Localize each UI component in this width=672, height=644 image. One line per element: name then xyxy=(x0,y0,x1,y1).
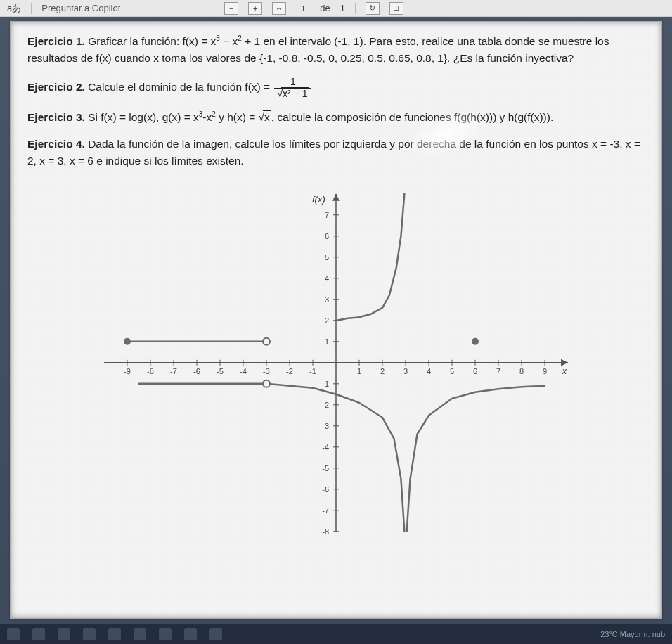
rotate-icon[interactable]: ↻ xyxy=(366,2,380,15)
svg-text:2: 2 xyxy=(325,316,329,325)
svg-text:6: 6 xyxy=(325,232,329,240)
divider xyxy=(355,3,356,14)
svg-text:-1: -1 xyxy=(309,367,316,375)
svg-point-73 xyxy=(263,338,270,345)
exercise-1: Ejercicio 1. Graficar la función: f(x) =… xyxy=(27,33,645,67)
svg-text:3: 3 xyxy=(403,367,408,375)
svg-text:-9: -9 xyxy=(124,367,131,375)
svg-text:-6: -6 xyxy=(193,367,200,375)
svg-text:-7: -7 xyxy=(170,367,177,375)
taskbar-app-icon[interactable] xyxy=(159,628,172,640)
svg-text:4: 4 xyxy=(427,367,431,375)
svg-text:3: 3 xyxy=(325,295,329,304)
svg-text:-3: -3 xyxy=(322,422,329,430)
exercise-4-title: Ejercicio 4. xyxy=(27,138,85,150)
zoom-in-button[interactable]: + xyxy=(248,2,262,15)
svg-text:1: 1 xyxy=(357,367,361,375)
divider xyxy=(31,3,32,14)
layout-icon[interactable]: ⊞ xyxy=(389,2,403,15)
svg-text:2: 2 xyxy=(380,367,385,375)
svg-point-72 xyxy=(124,338,131,345)
svg-text:-3: -3 xyxy=(263,367,270,375)
exercise-1-title: Ejercicio 1. xyxy=(27,35,85,47)
page-total: 1 xyxy=(340,3,345,13)
svg-point-75 xyxy=(472,338,479,345)
graph-svg: -9-8-7-6-5-4-3-2-1123456789-8-7-6-5-4-3-… xyxy=(83,183,589,549)
svg-text:4: 4 xyxy=(325,274,329,283)
svg-text:5: 5 xyxy=(450,367,454,375)
taskbar-app-icon[interactable] xyxy=(134,628,146,640)
svg-text:7: 7 xyxy=(496,367,500,375)
exercise-3: Ejercicio 3. Si f(x) = log(x), g(x) = x3… xyxy=(27,109,645,126)
exercise-4: Ejercicio 4. Dada la función de la image… xyxy=(27,136,645,169)
exercise-2: Ejercicio 2. Calcule el dominio de la fu… xyxy=(27,77,645,99)
svg-text:-7: -7 xyxy=(322,506,329,515)
svg-marker-1 xyxy=(561,359,568,366)
language-icon[interactable]: aあ xyxy=(7,2,21,15)
fraction: 1 x² − 1 xyxy=(274,77,311,99)
svg-text:-2: -2 xyxy=(322,401,329,409)
os-taskbar[interactable]: 23°C Mayorm. nub xyxy=(0,624,672,644)
taskbar-app-icon[interactable] xyxy=(108,628,121,640)
taskbar-start-icon[interactable] xyxy=(7,628,20,640)
sqrt-icon: x xyxy=(259,109,271,126)
copilot-button[interactable]: Preguntar a Copilot xyxy=(41,3,120,13)
svg-text:-4: -4 xyxy=(322,443,329,451)
svg-text:-4: -4 xyxy=(240,367,247,375)
page-current: 1 xyxy=(296,2,310,15)
taskbar-icons xyxy=(7,628,222,640)
document-page: Ejercicio 1. Graficar la función: f(x) =… xyxy=(10,21,662,619)
svg-text:f(x): f(x) xyxy=(312,194,325,205)
svg-text:-6: -6 xyxy=(322,485,329,494)
svg-text:-8: -8 xyxy=(147,367,154,375)
svg-text:-2: -2 xyxy=(286,367,293,375)
svg-point-74 xyxy=(263,380,270,387)
sqrt-icon: x² − 1 xyxy=(277,89,309,99)
app-toolbar: aあ Preguntar a Copilot − + ↔ 1 de 1 ↻ ⊞ xyxy=(0,0,672,17)
taskbar-app-icon[interactable] xyxy=(83,628,96,640)
taskbar-app-icon[interactable] xyxy=(184,628,197,640)
fit-width-icon[interactable]: ↔ xyxy=(272,2,286,15)
exercise-2-title: Ejercicio 2. xyxy=(27,81,85,93)
svg-text:6: 6 xyxy=(473,367,477,375)
svg-marker-3 xyxy=(332,194,340,201)
zoom-out-button[interactable]: − xyxy=(224,2,238,15)
svg-text:9: 9 xyxy=(543,367,547,375)
svg-text:-5: -5 xyxy=(217,367,224,375)
svg-text:7: 7 xyxy=(325,211,329,219)
taskbar-app-icon[interactable] xyxy=(58,628,70,640)
svg-text:-8: -8 xyxy=(322,527,329,536)
svg-text:1: 1 xyxy=(325,337,329,346)
svg-text:8: 8 xyxy=(519,367,524,375)
svg-text:5: 5 xyxy=(325,253,329,262)
exercise-3-title: Ejercicio 3. xyxy=(27,111,85,123)
page-of-label: de xyxy=(320,3,330,13)
function-graph: -9-8-7-6-5-4-3-2-1123456789-8-7-6-5-4-3-… xyxy=(83,183,589,549)
page-viewport: Ejercicio 1. Graficar la función: f(x) =… xyxy=(0,17,672,619)
svg-text:-1: -1 xyxy=(322,380,329,388)
weather-widget[interactable]: 23°C Mayorm. nub xyxy=(600,630,665,638)
taskbar-app-icon[interactable] xyxy=(209,628,222,640)
taskbar-app-icon[interactable] xyxy=(32,628,45,640)
svg-text:-5: -5 xyxy=(322,464,329,472)
svg-text:x: x xyxy=(562,366,567,376)
